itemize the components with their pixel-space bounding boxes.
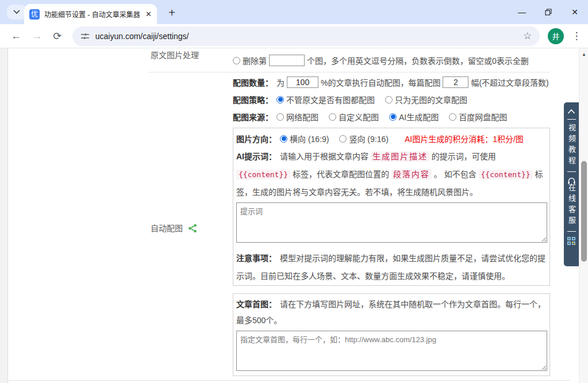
radio-circle-icon[interactable] — [385, 96, 393, 104]
radio-circle-icon[interactable] — [389, 113, 397, 121]
site-favicon-icon: 优 — [29, 9, 40, 20]
page-scrollbar[interactable]: ▲ — [579, 48, 588, 383]
image-source-label: 配图来源： — [233, 111, 273, 122]
browser-toolbar: ← → ⟳ ucaiyun.com/caiji/settings/ ☆ 井 ⋮ — [0, 24, 588, 48]
section-divider — [9, 380, 570, 381]
radio-circle-icon[interactable] — [276, 113, 284, 121]
left-gutter — [0, 48, 8, 383]
notes-paragraph: 注意事项：模型对提示词的理解能力有限，如果生成图片质量不足，请尝试优化您的提示词… — [236, 250, 547, 285]
image-strategy-row: 配图策略： 不管原文是否有图都配图 只为无图的文章配图 — [233, 93, 478, 106]
radio-circle-icon[interactable] — [276, 96, 284, 104]
radio-strategy-only-no-image[interactable]: 只为无图的文章配图 — [385, 94, 467, 105]
tab-title: 功能细节设置 - 自动文章采集器 — [44, 9, 140, 19]
site-info-tune-icon[interactable] — [80, 32, 90, 41]
inline-highlight: 段落内容 — [391, 169, 432, 179]
bookmark-star-icon[interactable]: ☆ — [523, 30, 532, 42]
tab-close-icon[interactable]: ✕ — [145, 10, 152, 18]
image-direction-label: 图片方向： — [236, 133, 276, 144]
delete-option-suffix: 个图，多个用英文逗号分隔，负数表示倒数，留空或0表示全删 — [307, 55, 529, 66]
share-icon[interactable] — [188, 224, 197, 233]
scrollbar-thumb[interactable] — [581, 161, 587, 262]
panel-divider — [567, 231, 576, 232]
profile-avatar[interactable]: 井 — [548, 28, 564, 44]
tab-search-button[interactable] — [7, 5, 26, 20]
row-label-source-image-handling: 原文图片处理 — [151, 49, 199, 60]
forward-icon[interactable]: → — [29, 29, 44, 44]
panel-divider — [567, 171, 576, 172]
radio-circle-icon[interactable] — [233, 57, 240, 64]
radio-direction-portrait[interactable]: 竖向 (9:16) — [339, 133, 388, 144]
chevron-down-icon — [13, 10, 20, 14]
image-source-row: 配图来源： 网络配图 自定义配图 AI生成配图 百度网盘配图 — [233, 110, 517, 123]
scroll-up-arrow-icon[interactable]: ▲ — [579, 52, 588, 57]
minimize-button[interactable]: — — [509, 0, 535, 24]
radio-direction-landscape[interactable]: 横向 (16:9) — [280, 133, 329, 144]
row-divider — [148, 72, 550, 72]
radio-circle-icon[interactable] — [329, 113, 336, 121]
delete-image-option: 删除第 个图，多个用英文逗号分隔，负数表示倒数，留空或0表示全删 — [233, 54, 529, 67]
inline-code-content-tag: {{content}} — [236, 170, 290, 179]
radio-circle-icon[interactable] — [449, 113, 456, 121]
first-image-urls-textarea[interactable] — [236, 331, 547, 371]
delete-image-index-input[interactable] — [269, 55, 305, 66]
notes-label: 注意事项： — [236, 254, 276, 263]
browser-titlebar: 优 功能细节设置 - 自动文章采集器 ✕ + — ✕ — [0, 0, 588, 24]
inline-highlight: 生成图片描述 — [371, 151, 429, 162]
images-per-article-input[interactable] — [443, 76, 468, 88]
address-bar[interactable]: ucaiyun.com/caiji/settings/ ☆ — [72, 26, 540, 46]
radio-circle-icon[interactable] — [339, 135, 347, 143]
first-image-description: 文章首图：请在下方填写图片网址，系统在其中随机取一个作为文章首图。每行一个，最多… — [236, 296, 547, 328]
radio-source-ai[interactable]: AI生成配图 — [389, 111, 439, 122]
first-image-box: 文章首图：请在下方填写图片网址，系统在其中随机取一个作为文章首图。每行一个，最多… — [233, 293, 550, 376]
window-controls: — ✕ — [509, 0, 588, 24]
ai-prompt-label: AI提示词： — [236, 152, 276, 161]
ai-prompt-textarea[interactable] — [236, 202, 547, 243]
page-content: 原文图片处理 删除第 个图，多个用英文逗号分隔，负数表示倒数，留空或0表示全删 … — [0, 48, 588, 383]
credit-cost-note: AI图片生成的积分消耗：1积分/图 — [405, 133, 524, 144]
radio-strategy-always[interactable]: 不管原文是否有图都配图 — [276, 94, 375, 105]
radio-source-custom[interactable]: 自定义配图 — [329, 111, 379, 122]
qr-code-icon[interactable] — [567, 237, 575, 245]
first-image-label: 文章首图： — [236, 300, 276, 309]
browser-tab[interactable]: 优 功能细节设置 - 自动文章采集器 ✕ — [24, 4, 157, 24]
radio-delete-nth-image[interactable]: 删除第 — [233, 55, 267, 66]
video-tutorial-button[interactable]: 视频教程 — [564, 124, 579, 167]
online-support-button[interactable]: 在线客服 — [564, 183, 579, 227]
inline-code-content-tag: {{content}} — [479, 170, 533, 179]
radio-source-baidu-pan[interactable]: 百度网盘配图 — [449, 111, 507, 122]
floating-side-panel: 视频教程 在线客服 — [564, 102, 579, 266]
back-to-top-icon[interactable] — [567, 109, 575, 114]
reload-icon[interactable]: ⟳ — [50, 29, 65, 44]
back-icon[interactable]: ← — [9, 29, 24, 44]
ai-generation-box: 图片方向： 横向 (16:9) 竖向 (9:16) AI图片生成的积分消耗：1积… — [233, 128, 550, 286]
panel-divider — [567, 119, 576, 120]
image-direction-row: 图片方向： 横向 (16:9) 竖向 (9:16) AI图片生成的积分消耗：1积… — [236, 133, 547, 144]
close-window-button[interactable]: ✕ — [562, 0, 588, 24]
radio-source-web[interactable]: 网络配图 — [276, 111, 318, 122]
restore-icon — [545, 9, 552, 16]
new-tab-button[interactable]: + — [164, 5, 179, 20]
percent-input[interactable] — [287, 76, 318, 88]
url-text[interactable]: ucaiyun.com/caiji/settings/ — [95, 32, 189, 41]
ai-prompt-description: AI提示词：请输入用于根据文章内容 生成图片描述 的提示词，可使用 {{cont… — [236, 148, 547, 201]
restore-button[interactable] — [535, 0, 562, 24]
radio-circle-icon[interactable] — [280, 135, 287, 143]
image-strategy-label: 配图策略： — [233, 94, 273, 105]
image-count-label: 配图数量： — [233, 76, 273, 88]
browser-menu-icon[interactable]: ⋮ — [571, 30, 582, 42]
image-count-row: 配图数量： 为 %的文章执行自动配图，每篇配图 幅(不超过文章段落数) — [233, 76, 549, 89]
row-label-auto-image: 自动配图 — [151, 222, 197, 233]
